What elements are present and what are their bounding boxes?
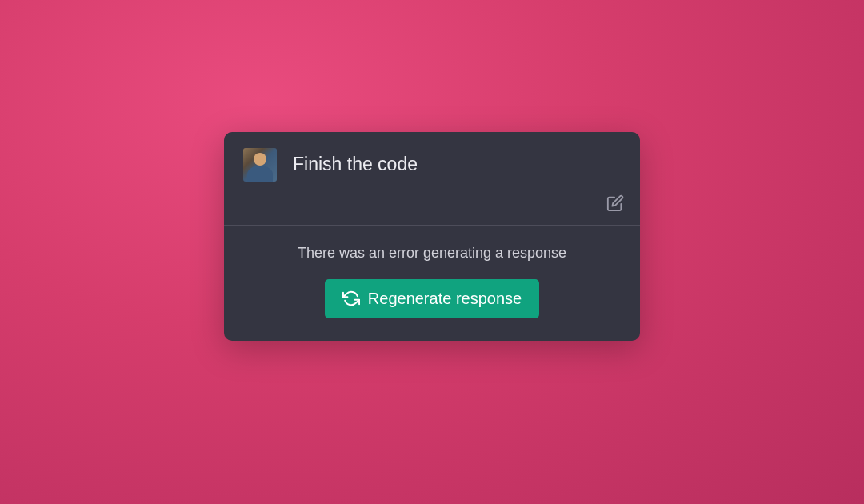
edit-icon[interactable] (606, 194, 624, 212)
error-section: There was an error generating a response… (224, 226, 640, 341)
regenerate-label: Regenerate response (368, 290, 522, 308)
error-message: There was an error generating a response (243, 245, 621, 262)
avatar (243, 148, 277, 182)
refresh-icon (342, 290, 360, 307)
user-message-text: Finish the code (293, 148, 621, 177)
message-actions (224, 191, 640, 225)
regenerate-button[interactable]: Regenerate response (325, 279, 539, 318)
user-message-row: Finish the code (224, 132, 640, 191)
chat-card: Finish the code There was an error gener… (224, 132, 640, 341)
